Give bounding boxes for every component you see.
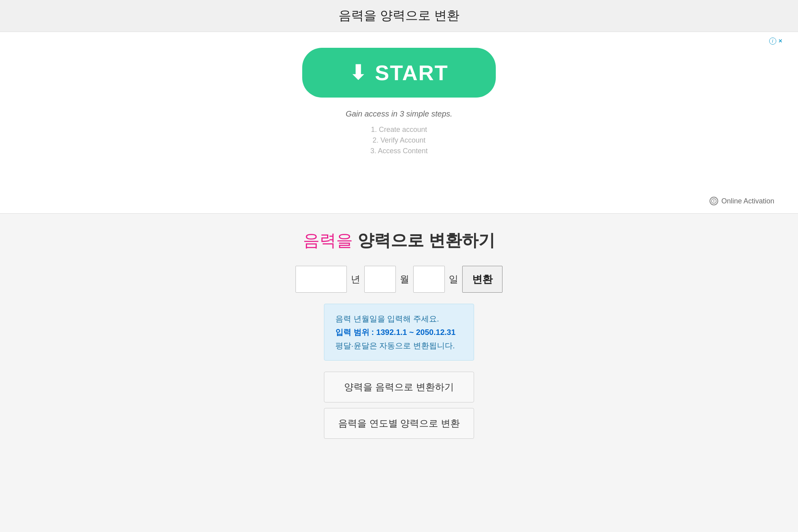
- ad-step-3: 3. Access Content: [370, 147, 427, 155]
- input-row: 년 월 일 변환: [295, 266, 503, 293]
- info-line-3: 평달·윤달은 자동으로 변환됩니다.: [335, 339, 463, 352]
- heading-bold: 양력으로 변환하기: [358, 231, 495, 250]
- info-line-2: 입력 범위 : 1392.1.1 ~ 2050.12.31: [335, 325, 463, 339]
- page-heading: 음력을 양력으로 변환하기: [303, 229, 495, 252]
- day-input[interactable]: [413, 266, 445, 293]
- ad-step-1: 1. Create account: [370, 126, 427, 134]
- main-content: 음력을 양력으로 변환하기 년 월 일 변환 음력 년월일을 입력해 주세요. …: [0, 214, 798, 460]
- convert-button[interactable]: 변환: [462, 266, 503, 293]
- online-activation-label: Online Activation: [721, 197, 774, 205]
- info-line-1: 음력 년월일을 입력해 주세요.: [335, 312, 463, 325]
- ad-info-bar: i ×: [769, 38, 782, 45]
- online-activation: Online Activation: [710, 197, 774, 205]
- day-unit: 일: [446, 273, 461, 286]
- top-bar: 음력을 양력으로 변환: [0, 0, 798, 32]
- download-icon: ⬇: [350, 61, 367, 84]
- heading-pink: 음력을: [303, 231, 353, 250]
- start-button-label: START: [375, 60, 448, 85]
- lunar-yearly-button[interactable]: 음력을 연도별 양력으로 변환: [324, 408, 474, 439]
- month-input[interactable]: [364, 266, 396, 293]
- month-unit: 월: [397, 273, 412, 286]
- start-button[interactable]: ⬇ START: [302, 48, 496, 98]
- top-bar-title: 음력을 양력으로 변환: [339, 8, 459, 23]
- info-box: 음력 년월일을 입력해 주세요. 입력 범위 : 1392.1.1 ~ 2050…: [324, 304, 474, 361]
- ad-steps: 1. Create account 2. Verify Account 3. A…: [370, 126, 427, 158]
- year-unit: 년: [348, 273, 363, 286]
- ad-step-2: 2. Verify Account: [370, 136, 427, 145]
- ad-info-icon[interactable]: i: [769, 38, 776, 45]
- ad-section: i × ⬇ START Gain access in 3 simple step…: [0, 32, 798, 214]
- ad-close-icon[interactable]: ×: [779, 38, 782, 45]
- ad-subtitle: Gain access in 3 simple steps.: [346, 109, 452, 118]
- solar-to-lunar-button[interactable]: 양력을 음력으로 변환하기: [324, 372, 474, 402]
- activation-icon: [710, 197, 718, 205]
- year-input[interactable]: [295, 266, 347, 293]
